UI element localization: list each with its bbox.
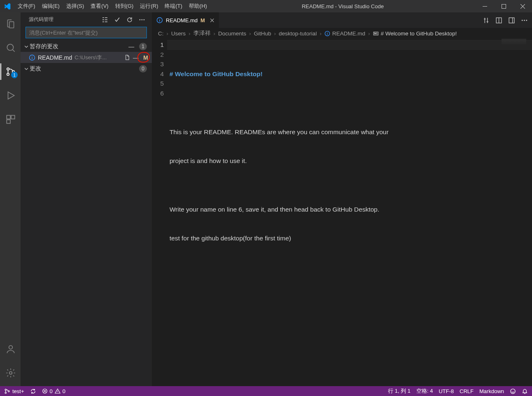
chevron-down-icon: [23, 44, 30, 49]
minimap[interactable]: [502, 39, 526, 44]
staged-label: 暂存的更改: [30, 43, 128, 50]
close-tab-icon[interactable]: [209, 18, 215, 23]
bc-seg[interactable]: Documents: [218, 30, 246, 37]
svg-point-2: [7, 44, 13, 50]
unstage-icon[interactable]: —: [133, 54, 139, 61]
more-icon[interactable]: [139, 16, 145, 23]
tab-label: README.md: [166, 17, 197, 23]
line-gutter: 1 2 3 4 5 6: [152, 39, 170, 386]
close-button[interactable]: [513, 0, 532, 12]
changes-count: 0: [139, 65, 147, 72]
svg-point-18: [522, 20, 523, 21]
svg-point-11: [139, 19, 141, 20]
bc-seg[interactable]: C:: [158, 30, 164, 37]
breadcrumbs[interactable]: C:› Users› 李泽祥› Documents› GitHub› deskt…: [152, 28, 532, 39]
scm-title: 源代码管理: [29, 16, 53, 23]
code-line-1: # Welcome to GitHub Desktop!: [170, 70, 263, 77]
code-line-5: Write your name on line 6, save it, and …: [170, 205, 532, 214]
menu-view[interactable]: 查看(V): [87, 0, 112, 12]
commit-message-input[interactable]: [26, 27, 147, 38]
code-content[interactable]: # Welcome to GitHub Desktop! This is you…: [170, 39, 532, 386]
bc-seg[interactable]: README.md: [332, 30, 365, 37]
tab-modified: M: [200, 17, 205, 23]
activity-explorer[interactable]: [0, 16, 20, 32]
status-feedback-icon[interactable]: [510, 388, 516, 394]
menu-run[interactable]: 运行(R): [137, 0, 161, 12]
svg-rect-17: [509, 18, 514, 23]
menu-bar: 文件(F) 编辑(E) 选择(S) 查看(V) 转到(G) 运行(R) 终端(T…: [14, 0, 210, 12]
chevron-down-icon: [23, 66, 30, 71]
activity-scm[interactable]: 1: [0, 63, 20, 80]
activity-search[interactable]: [0, 40, 20, 56]
maximize-button[interactable]: [494, 0, 513, 12]
svg-point-24: [5, 392, 6, 393]
svg-point-3: [7, 68, 9, 70]
compare-changes-icon[interactable]: [483, 17, 490, 24]
info-icon: [29, 54, 35, 61]
bc-seg[interactable]: desktop-tutorial: [279, 30, 317, 37]
scm-badge: 1: [11, 72, 18, 78]
code-line-3b: project is and how to use it.: [170, 156, 532, 166]
changes-label: 更改: [30, 65, 137, 72]
bc-seg[interactable]: 李泽祥: [193, 30, 211, 37]
svg-point-10: [9, 372, 12, 375]
svg-rect-0: [483, 6, 487, 7]
symbol-text-icon: [373, 30, 379, 37]
title-bar: 文件(F) 编辑(E) 选择(S) 查看(V) 转到(G) 运行(R) 终端(T…: [0, 0, 532, 12]
activity-settings[interactable]: [0, 365, 20, 381]
bc-symbol[interactable]: # Welcome to GitHub Desktop!: [381, 30, 457, 37]
info-icon: [156, 17, 163, 23]
svg-rect-7: [11, 115, 15, 119]
open-file-icon[interactable]: [124, 54, 130, 61]
commit-icon[interactable]: [114, 16, 121, 23]
status-problems[interactable]: 0 0: [42, 388, 65, 394]
changes-header[interactable]: 更改 0: [21, 63, 152, 74]
status-spaces[interactable]: 空格: 4: [416, 387, 433, 395]
status-notifications-icon[interactable]: [522, 388, 528, 394]
staged-count: 1: [139, 43, 147, 50]
menu-terminal[interactable]: 终端(T): [161, 0, 186, 12]
activity-account[interactable]: [0, 341, 20, 357]
svg-point-23: [5, 389, 6, 390]
bc-seg[interactable]: Users: [171, 30, 186, 37]
window-controls: [475, 0, 532, 12]
status-encoding[interactable]: UTF-8: [439, 388, 454, 394]
status-cursor[interactable]: 行 1, 列 1: [388, 387, 411, 395]
svg-point-19: [524, 20, 525, 21]
status-sync[interactable]: [30, 388, 36, 394]
scm-sidebar: 源代码管理 暂存的更改 — 1 README.md C: [21, 12, 152, 386]
split-editor-icon[interactable]: [495, 17, 502, 24]
svg-rect-1: [502, 4, 506, 8]
staged-file-row[interactable]: README.md C:\Users\李... — M: [21, 52, 152, 63]
svg-point-25: [8, 390, 9, 391]
code-line-3a: This is your README. READMEs are where y…: [170, 127, 532, 137]
split-editor-right-icon[interactable]: [508, 17, 515, 24]
file-path: C:\Users\李...: [74, 54, 124, 61]
unstage-all-icon[interactable]: —: [128, 43, 134, 50]
code-line-6: test for the github desktop(for the firs…: [170, 233, 532, 243]
editor-area: README.md M C:› Users› 李泽祥› Documents› G…: [152, 12, 532, 386]
refresh-icon[interactable]: [126, 16, 133, 23]
svg-point-9: [9, 345, 13, 349]
status-eol[interactable]: CRLF: [460, 388, 474, 394]
view-tree-icon[interactable]: [102, 16, 108, 23]
vscode-logo-icon: [0, 3, 14, 10]
menu-go[interactable]: 转到(G): [112, 0, 137, 12]
menu-help[interactable]: 帮助(H): [186, 0, 210, 12]
activity-debug[interactable]: [0, 87, 20, 104]
activity-bar: 1: [0, 12, 21, 386]
status-branch[interactable]: test+: [4, 388, 24, 394]
menu-edit[interactable]: 编辑(E): [39, 0, 63, 12]
activity-extensions[interactable]: [0, 111, 20, 128]
more-actions-icon[interactable]: [521, 17, 528, 24]
svg-rect-6: [7, 115, 10, 119]
minimize-button[interactable]: [475, 0, 494, 12]
tab-readme[interactable]: README.md M: [152, 12, 219, 28]
status-language[interactable]: Markdown: [479, 388, 504, 394]
status-bar: test+ 0 0 行 1, 列 1 空格: 4 UTF-8 CRLF Mark…: [0, 386, 532, 396]
bc-seg[interactable]: GitHub: [254, 30, 271, 37]
code-editor[interactable]: 1 2 3 4 5 6 # Welcome to GitHub Desktop!…: [152, 39, 532, 386]
menu-file[interactable]: 文件(F): [14, 0, 39, 12]
staged-changes-header[interactable]: 暂存的更改 — 1: [21, 41, 152, 52]
menu-selection[interactable]: 选择(S): [63, 0, 87, 12]
